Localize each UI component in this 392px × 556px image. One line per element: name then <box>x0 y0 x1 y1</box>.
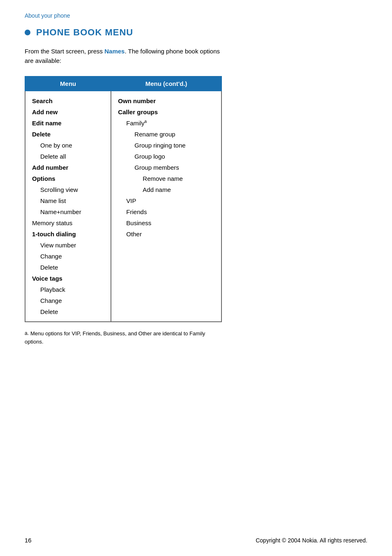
menu-item-family: Familya <box>118 118 214 129</box>
breadcrumb: About your phone <box>25 12 367 19</box>
footnote: a.Menu options for VIP, Friends, Busines… <box>25 330 222 346</box>
menu-item-memory-status: Memory status <box>32 217 104 228</box>
menu-item-search: Search <box>32 95 104 106</box>
page-number: 16 <box>25 537 32 544</box>
menu-item-voice-tags: Voice tags <box>32 273 104 284</box>
menu-item-add-number: Add number <box>32 162 104 173</box>
menu-item-caller-groups: Caller groups <box>118 106 214 118</box>
menu-item-add-new: Add new <box>32 106 104 118</box>
menu-item-group-logo: Group logo <box>118 151 214 162</box>
col1-header: Menu <box>25 76 111 91</box>
menu-item-delete-2: Delete <box>32 262 104 273</box>
menu-item-name-list: Name list <box>32 195 104 206</box>
page-footer: 16 Copyright © 2004 Nokia. All rights re… <box>25 537 367 544</box>
menu-item-group-members: Group members <box>118 162 214 173</box>
copyright-text: Copyright © 2004 Nokia. All rights reser… <box>256 537 367 544</box>
bullet-icon <box>25 30 30 35</box>
footnote-label: a. <box>25 330 29 336</box>
menu-item-rename-group: Rename group <box>118 129 214 140</box>
intro-highlight: Names <box>104 48 125 55</box>
left-column: Search Add new Edit name Delete One by o… <box>25 91 111 322</box>
menu-item-one-by-one: One by one <box>32 140 104 151</box>
menu-item-vip: VIP <box>118 195 214 206</box>
menu-item-playback: Playback <box>32 284 104 295</box>
menu-item-friends: Friends <box>118 206 214 217</box>
menu-item-change-2: Change <box>32 295 104 306</box>
intro-text-before: From the Start screen, press <box>25 48 104 55</box>
section-heading: PHONE BOOK MENU <box>25 27 367 38</box>
menu-item-add-name: Add name <box>118 184 214 195</box>
menu-item-options: Options <box>32 173 104 184</box>
menu-item-scrolling-view: Scrolling view <box>32 184 104 195</box>
menu-item-other: Other <box>118 228 214 240</box>
menu-item-group-ringing-tone: Group ringing tone <box>118 140 214 151</box>
menu-item-view-number: View number <box>32 240 104 251</box>
menu-item-change-1: Change <box>32 251 104 262</box>
menu-item-name-number: Name+number <box>32 206 104 217</box>
menu-item-delete: Delete <box>32 129 104 140</box>
page-title: PHONE BOOK MENU <box>36 27 133 38</box>
intro-paragraph: From the Start screen, press Names. The … <box>25 47 222 65</box>
menu-item-own-number: Own number <box>118 95 214 106</box>
menu-item-remove-name: Remove name <box>118 173 214 184</box>
menu-item-business: Business <box>118 217 214 228</box>
menu-item-delete-3: Delete <box>32 306 104 317</box>
menu-table: Menu Menu (cont'd.) Search Add new Edit … <box>25 76 222 322</box>
col2-header: Menu (cont'd.) <box>111 76 221 91</box>
menu-item-1-touch-dialing: 1-touch dialing <box>32 228 104 240</box>
right-column: Own number Caller groups Familya Rename … <box>111 91 221 322</box>
footnote-text: Menu options for VIP, Friends, Business,… <box>25 330 205 345</box>
menu-item-delete-all: Delete all <box>32 151 104 162</box>
menu-item-edit-name: Edit name <box>32 118 104 129</box>
